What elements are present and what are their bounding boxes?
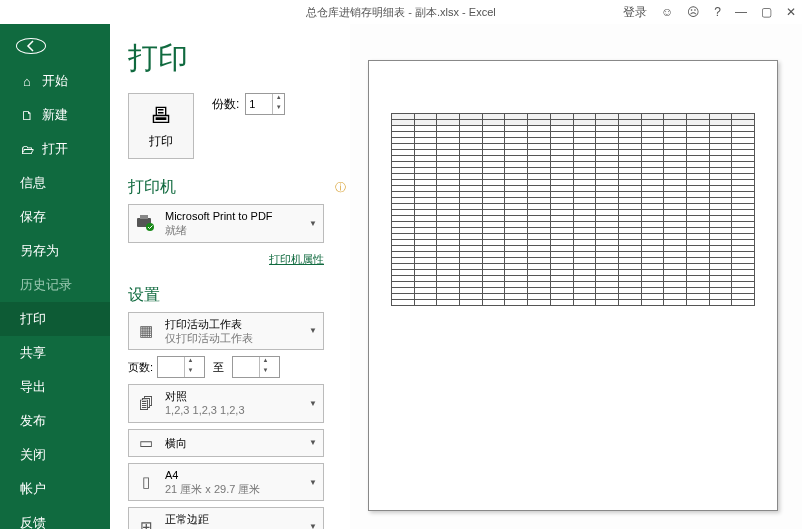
back-button[interactable] <box>16 38 46 54</box>
copies-stepper[interactable]: ▲▼ <box>245 93 285 115</box>
svg-rect-1 <box>140 215 148 219</box>
sidebar-item-close[interactable]: 关闭 <box>0 438 110 472</box>
face-sad-icon[interactable]: ☹ <box>687 5 700 19</box>
print-preview <box>350 24 802 529</box>
landscape-icon: ▭ <box>135 434 157 452</box>
page-from-input[interactable] <box>158 357 184 377</box>
sidebar-item-print[interactable]: 打印 <box>0 302 110 336</box>
sidebar-item-new[interactable]: 🗋新建 <box>0 98 110 132</box>
setting-margins[interactable]: ⊞ 正常边距上: 1.91 厘米 下: 1.91 厘... ▼ <box>128 507 324 529</box>
copies-input[interactable] <box>246 94 272 114</box>
preview-page <box>368 60 778 511</box>
sidebar-item-save[interactable]: 保存 <box>0 200 110 234</box>
print-button[interactable]: 🖶 打印 <box>128 93 194 159</box>
folder-open-icon: 🗁 <box>20 142 34 157</box>
minimize-icon[interactable]: — <box>735 5 747 19</box>
setting-active-sheets[interactable]: ▦ 打印活动工作表仅打印活动工作表 ▼ <box>128 312 324 351</box>
close-icon[interactable]: ✕ <box>786 5 796 19</box>
printer-properties-link[interactable]: 打印机属性 <box>269 253 324 265</box>
spin-up-icon[interactable]: ▲ <box>273 94 284 104</box>
pages-to-label: 至 <box>209 360 228 375</box>
printer-icon: 🖶 <box>150 103 172 129</box>
face-smile-icon[interactable]: ☺ <box>661 5 673 19</box>
sidebar-item-history[interactable]: 历史记录 <box>0 268 110 302</box>
file-icon: 🗋 <box>20 108 34 123</box>
login-link[interactable]: 登录 <box>623 4 647 21</box>
chevron-down-icon: ▼ <box>309 399 317 408</box>
sheet-icon: ▦ <box>135 322 157 340</box>
sidebar-item-start[interactable]: ⌂开始 <box>0 64 110 98</box>
home-icon: ⌂ <box>20 74 34 89</box>
spin-down-icon[interactable]: ▼ <box>273 104 284 114</box>
sidebar-item-info[interactable]: 信息 <box>0 166 110 200</box>
svg-point-2 <box>146 223 154 231</box>
help-icon[interactable]: ? <box>714 5 721 19</box>
sidebar-item-saveas[interactable]: 另存为 <box>0 234 110 268</box>
copies-label: 份数: <box>212 96 239 113</box>
sidebar-item-open[interactable]: 🗁打开 <box>0 132 110 166</box>
sidebar-item-export[interactable]: 导出 <box>0 370 110 404</box>
setting-orientation[interactable]: ▭ 横向 ▼ <box>128 429 324 457</box>
setting-collate[interactable]: 🗐 对照1,2,3 1,2,3 1,2,3 ▼ <box>128 384 324 423</box>
printer-dropdown[interactable]: Microsoft Print to PDF 就绪 ▼ <box>128 204 324 243</box>
chevron-down-icon: ▼ <box>309 522 317 529</box>
print-settings-pane: 打印 🖶 打印 份数: ▲▼ 打印机 ⓘ <box>110 24 350 529</box>
page-to-stepper[interactable]: ▲▼ <box>232 356 280 378</box>
page-title: 打印 <box>128 38 346 79</box>
pages-label: 页数: <box>128 360 153 375</box>
sidebar-item-share[interactable]: 共享 <box>0 336 110 370</box>
printer-ready-icon <box>135 214 157 232</box>
collate-icon: 🗐 <box>135 395 157 412</box>
title-bar: 总仓库进销存明细表 - 副本.xlsx - Excel 登录 ☺ ☹ ? — ▢… <box>0 0 802 24</box>
titlebar-controls: 登录 ☺ ☹ ? — ▢ ✕ <box>623 4 796 21</box>
preview-table <box>391 113 755 306</box>
setting-paper[interactable]: ▯ A421 厘米 x 29.7 厘米 ▼ <box>128 463 324 502</box>
chevron-down-icon: ▼ <box>309 478 317 487</box>
section-printer: 打印机 ⓘ <box>128 177 346 198</box>
sidebar-item-publish[interactable]: 发布 <box>0 404 110 438</box>
margins-icon: ⊞ <box>135 518 157 529</box>
chevron-down-icon: ▼ <box>309 438 317 447</box>
sidebar-item-account[interactable]: 帐户 <box>0 472 110 506</box>
chevron-down-icon: ▼ <box>309 326 317 335</box>
page-from-stepper[interactable]: ▲▼ <box>157 356 205 378</box>
maximize-icon[interactable]: ▢ <box>761 5 772 19</box>
backstage-sidebar: ⌂开始 🗋新建 🗁打开 信息 保存 另存为 历史记录 打印 共享 导出 发布 关… <box>0 24 110 529</box>
chevron-down-icon: ▼ <box>309 219 317 228</box>
page-to-input[interactable] <box>233 357 259 377</box>
page-icon: ▯ <box>135 473 157 491</box>
info-icon[interactable]: ⓘ <box>335 180 346 195</box>
sidebar-item-feedback[interactable]: 反馈 <box>0 506 110 529</box>
section-settings: 设置 <box>128 285 346 306</box>
